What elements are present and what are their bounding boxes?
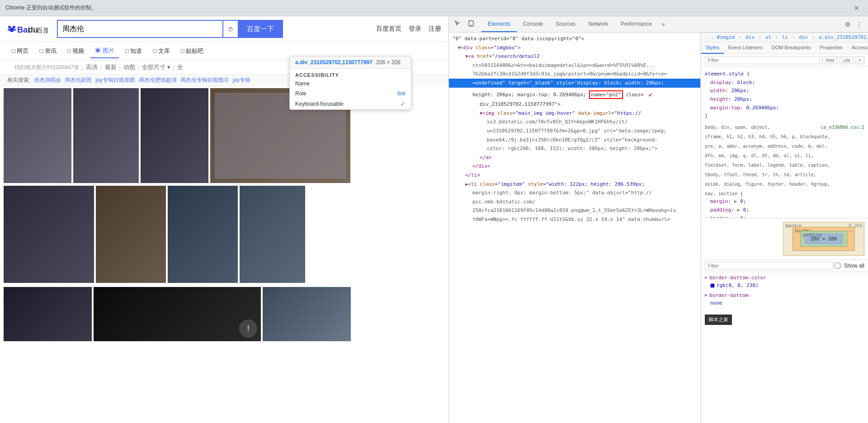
image-item-2-3[interactable] xyxy=(168,186,238,283)
dom-line-19[interactable]: pic.nmb.bdstatic.com/ xyxy=(449,197,700,207)
related-tag-6[interactable]: jay专辑 xyxy=(233,76,250,84)
nav-home[interactable]: 百度首页 xyxy=(376,25,401,33)
devtools-tab-sources[interactable]: Sources xyxy=(549,16,582,32)
devtools-settings-button[interactable]: ⚙ xyxy=(843,20,853,29)
breadcrumb-div2[interactable]: div xyxy=(799,34,808,40)
devtools-tab-more[interactable]: » xyxy=(658,16,669,32)
css-filter-input[interactable] xyxy=(705,262,833,270)
breadcrumb-div[interactable]: div xyxy=(745,34,755,40)
color-swatch xyxy=(710,283,715,288)
devtools-tab-performance[interactable]: Performance xyxy=(614,16,658,32)
dom-line-11[interactable]: u=2310529702,1150777997&fm=2&gp=0.jpg" s… xyxy=(449,127,700,136)
image-item-1-1[interactable] xyxy=(4,88,71,183)
tab-webpage[interactable]: □ 网页 xyxy=(7,44,33,58)
tab-video[interactable]: □ 视频 xyxy=(63,44,89,58)
dom-line-5[interactable]: 7b2bba2fc30cd162d9f3d3c91e.jpg&rpstart=0… xyxy=(449,70,700,79)
styles-tab-styles[interactable]: Styles xyxy=(701,42,724,54)
css-prop-margin: margin: ▶ 0; xyxy=(710,197,864,206)
dom-line-8[interactable]: div_2310529702,1150777997"> xyxy=(449,100,700,109)
related-tag-4[interactable]: 周杰伦壁纸超清 xyxy=(139,76,177,84)
result-count: 找到相关图片约1036847张 xyxy=(14,64,79,71)
inspect-element-button[interactable] xyxy=(453,19,462,29)
dom-line-9[interactable]: ▼<img class="main_img img-hover" data-im… xyxy=(449,109,700,118)
dom-line-17[interactable]: ▶<li class="imgitem" style="width: 122px… xyxy=(449,180,700,189)
dom-line-2[interactable]: ▼<div class="imgbox"> xyxy=(449,43,700,52)
devtools-tab-network[interactable]: Network xyxy=(582,16,614,32)
css-source[interactable]: co_e3360b6.css:2 xyxy=(821,123,864,131)
tab-wenku[interactable]: □ 文库 xyxy=(149,44,175,58)
related-tag-2[interactable]: 周杰伦剧照 xyxy=(65,76,92,84)
image-item-2-4[interactable] xyxy=(240,186,305,283)
dom-line-18[interactable]: margin-right: 0px; margin-bottom: 5px;" … xyxy=(449,188,700,197)
jb51-watermark-container: 脚本之家 xyxy=(705,315,864,325)
styles-filter-input[interactable] xyxy=(705,56,820,64)
css-more-row-3: ▶ border-bottom- xyxy=(705,291,864,300)
filter-hd[interactable]: 高清 xyxy=(86,63,98,71)
image-item-3-3[interactable] xyxy=(263,287,351,341)
dom-line-15[interactable]: </div> xyxy=(449,162,700,171)
dom-tree[interactable]: "0" data-partnerid="0" data-iscopyright=… xyxy=(449,33,701,423)
image-item-3-1[interactable] xyxy=(4,287,92,341)
dom-line-16[interactable]: </li> xyxy=(449,171,700,180)
css-border-bottom-prop: border-bottom- xyxy=(709,291,751,300)
dom-line-13[interactable]: color: rgb(200, 188, 153); width: 206px;… xyxy=(449,144,700,153)
breadcrumb-ul[interactable]: ul xyxy=(765,34,771,40)
tab-info[interactable]: □ 资讯 xyxy=(35,44,61,58)
related-tag-1[interactable]: 张杰演唱会 xyxy=(34,76,61,84)
dom-line-20[interactable]: 250cfca2101061169f05c14d80a2c859.png@wm_… xyxy=(449,206,700,215)
dom-line-4[interactable]: ct=503316480&z=&tn=baiduimagedetail&ipn=… xyxy=(449,61,700,70)
related-tag-5[interactable]: 周杰伦专辑封面图片 xyxy=(180,76,229,84)
dom-line-10[interactable]: ss3.bdstatic.com/70cFv8Sh_Q1Yn6kpoWK1HF6… xyxy=(449,118,700,127)
styles-tab-event-listeners[interactable]: Event Listeners xyxy=(724,42,767,54)
show-all-checkbox[interactable] xyxy=(835,263,840,268)
dom-breadcrumb: ... #imgid › div › ul › li › div › a.div… xyxy=(701,33,868,42)
hov-button[interactable]: :hov xyxy=(822,56,838,64)
image-item-2-1[interactable] xyxy=(4,186,94,283)
nav-register[interactable]: 注册 xyxy=(429,25,441,33)
device-toggle-button[interactable] xyxy=(466,19,476,29)
filter-latest[interactable]: 最新 xyxy=(105,63,117,71)
dom-line-21[interactable]: tOWFa+WNpg==.fc ffffff.ff U21tSGVb.sz 22… xyxy=(449,215,700,224)
add-style-button[interactable]: + xyxy=(855,56,864,64)
devtools-main-area: "0" data-partnerid="0" data-iscopyright=… xyxy=(449,33,868,423)
tab-images[interactable]: ▣ 图片 xyxy=(90,44,119,58)
dom-line-1[interactable]: "0" data-partnerid="0" data-iscopyright=… xyxy=(449,34,700,43)
cls-button[interactable]: .cls xyxy=(840,56,854,64)
filter-all[interactable]: 全 xyxy=(177,63,183,71)
image-item-2-2[interactable] xyxy=(96,186,166,283)
image-item-1-3[interactable] xyxy=(141,88,208,183)
dom-line-14[interactable]: </a> xyxy=(449,153,700,162)
dom-line-7[interactable]: height: 206px; margin-top: 0.269406px; n… xyxy=(449,88,700,100)
filter-gif[interactable]: 动图 xyxy=(123,63,135,71)
filter-size[interactable]: 全部尺寸 ▾ xyxy=(142,63,170,71)
dom-line-6[interactable]: =undefined" target="_blank" style="displ… xyxy=(449,79,700,88)
dom-line-3[interactable]: ▼<a href="/search/detail2 xyxy=(449,52,700,61)
styles-tab-accessibility[interactable]: Accessibility xyxy=(847,42,868,54)
tab-tieba[interactable]: □ 贴贴吧 xyxy=(176,44,208,58)
devtools-menu-button[interactable]: ⋮ xyxy=(854,20,864,29)
devtools-tab-console[interactable]: Console xyxy=(517,16,549,32)
nav-login[interactable]: 登录 xyxy=(409,25,421,33)
search-input[interactable]: 周杰伦 xyxy=(57,20,222,38)
devtools-tab-elements[interactable]: Elements xyxy=(481,16,517,32)
css-rules-area: element.style { display: block; width: 2… xyxy=(701,66,868,218)
dom-line-12[interactable]: base64,/9j.ba3jni3SDccDkn10E/gTQgZ//Z" s… xyxy=(449,136,700,145)
popup-row-role-value: link xyxy=(397,90,406,97)
styles-tab-properties[interactable]: Properties xyxy=(816,42,847,54)
breadcrumb-li[interactable]: li xyxy=(782,34,788,40)
image-item-1-2[interactable] xyxy=(73,88,139,183)
baidu-header: Bai du 百度 周杰伦 百度一下 百度首页 xyxy=(0,16,448,42)
box-border: border – padding – 206 × 206 xyxy=(793,227,855,251)
browser-close-button[interactable]: × xyxy=(854,4,859,13)
breadcrumb-imgid[interactable]: #imgid xyxy=(717,34,735,40)
devtools-inspector-icons xyxy=(453,19,476,29)
search-button[interactable]: 百度一下 xyxy=(238,20,283,38)
related-tag-3[interactable]: jay专辑封面原图 xyxy=(95,76,135,84)
image-item-3-2[interactable]: ! xyxy=(94,287,261,341)
css-more-row-4: none xyxy=(705,299,864,307)
styles-tab-dom-breakpoints[interactable]: DOM Breakpoints xyxy=(767,42,816,54)
tab-zhidao[interactable]: □ 知道 xyxy=(121,44,146,58)
camera-icon[interactable] xyxy=(222,20,238,38)
breadcrumb-a[interactable]: a.div_2310529702,1150777997 xyxy=(819,34,868,40)
global-selector-6: tbody, tfoot, thead, tr, th, td, article… xyxy=(705,171,864,179)
